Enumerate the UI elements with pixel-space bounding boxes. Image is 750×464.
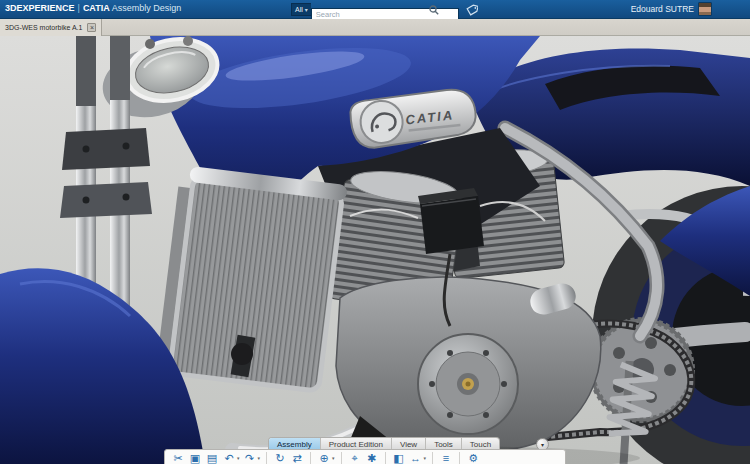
motorbike-model[interactable]: CATIA xyxy=(0,36,750,464)
settings-icon[interactable]: ⚙ xyxy=(466,452,480,464)
model-clutch-cover[interactable] xyxy=(418,334,518,434)
chevron-down-icon[interactable]: ▾ xyxy=(332,452,335,464)
document-title: 3DG-WES motorbike A.1 xyxy=(5,24,82,31)
model-stalk xyxy=(145,39,155,49)
toolbar-separator xyxy=(432,452,433,464)
chevron-down-icon[interactable]: ▾ xyxy=(424,452,427,464)
brand-product: CATIA xyxy=(83,3,110,13)
search-icon[interactable] xyxy=(429,5,439,15)
properties-icon[interactable]: ≡ xyxy=(439,452,453,464)
search-scope-label: All xyxy=(295,6,303,13)
copy-icon[interactable]: ▣ xyxy=(188,452,202,464)
top-bar: 3DEXPERIENCE|CATIA Assembly Design All ▾ xyxy=(0,0,750,19)
cut-icon[interactable]: ✂ xyxy=(171,452,185,464)
model-ecu-box[interactable] xyxy=(418,188,484,254)
section-icon[interactable]: ◧ xyxy=(392,452,406,464)
catia-window: 3DEXPERIENCE|CATIA Assembly Design All ▾ xyxy=(0,0,750,464)
user-avatar[interactable] xyxy=(698,2,712,16)
action-bar-toolbar: ✂ ▣ ▤ ↶ ▾ ↷ ▾ ↻ ⇄ ⊕ ▾ ⌖ ✱ ◧ ↔ ▾ ≡ ⚙ xyxy=(164,449,566,464)
redo-icon[interactable]: ↷ xyxy=(243,452,257,464)
snap-target-icon[interactable]: ⌖ xyxy=(348,452,362,464)
app-name: Assembly Design xyxy=(112,3,182,13)
toolbar-separator xyxy=(459,452,460,464)
chevron-down-icon[interactable]: ▾ xyxy=(258,452,261,464)
chevron-down-icon: ▾ xyxy=(541,441,544,448)
exchange-icon[interactable]: ⇄ xyxy=(290,452,304,464)
document-tab[interactable]: 3DG-WES motorbike A.1 × xyxy=(0,19,102,36)
toolbar-separator xyxy=(310,452,311,464)
toolbar-separator xyxy=(266,452,267,464)
model-stalk xyxy=(183,36,193,46)
close-icon[interactable]: × xyxy=(87,23,96,32)
document-tab-bar: 3DG-WES motorbike A.1 × xyxy=(0,19,750,36)
paste-icon[interactable]: ▤ xyxy=(205,452,219,464)
brand-separator: | xyxy=(78,3,80,13)
update-icon[interactable]: ↻ xyxy=(273,452,287,464)
user-name[interactable]: Edouard SUTRE xyxy=(631,4,694,14)
brand-3dexperience: 3DEXPERIENCE xyxy=(5,3,75,13)
viewport-3d[interactable]: CATIA xyxy=(0,36,750,464)
search-scope-dropdown[interactable]: All ▾ xyxy=(291,3,311,16)
app-brand: 3DEXPERIENCE|CATIA Assembly Design xyxy=(5,3,181,13)
undo-icon[interactable]: ↶ xyxy=(222,452,236,464)
measure-icon[interactable]: ↔ xyxy=(409,452,423,464)
search-bar: All ▾ xyxy=(291,3,478,16)
insert-component-icon[interactable]: ⊕ xyxy=(317,452,331,464)
explode-icon[interactable]: ✱ xyxy=(365,452,379,464)
chevron-down-icon[interactable]: ▾ xyxy=(237,452,240,464)
chevron-down-icon: ▾ xyxy=(305,6,308,13)
toolbar-separator xyxy=(385,452,386,464)
tag-icon[interactable] xyxy=(466,3,478,16)
toolbar-separator xyxy=(341,452,342,464)
